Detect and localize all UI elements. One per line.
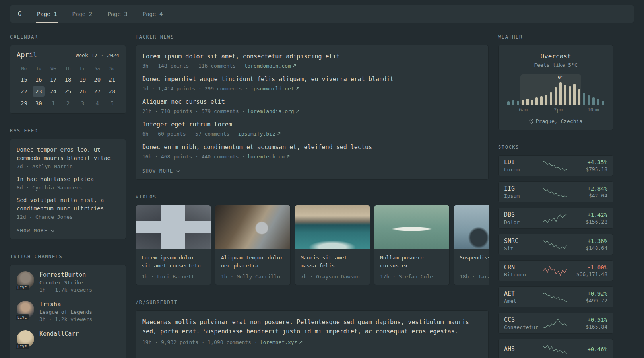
page-tab[interactable]: Page 3 (100, 5, 135, 23)
calendar-day[interactable]: 27 (91, 86, 103, 97)
twitch-channel[interactable]: LIVE Trisha League of Legends 3h · 1.2k … (17, 301, 119, 322)
calendar-day[interactable]: 22 (18, 86, 30, 97)
stock-price: $499.72 (571, 298, 607, 304)
stock-row[interactable]: LDI Lorem +4.35% $795.18 (498, 155, 613, 176)
avatar-wrap: LIVE (17, 330, 34, 348)
stock-ticker: DBS (504, 211, 539, 218)
calendar-day[interactable]: 29 (18, 98, 30, 109)
channel-name[interactable]: ForrestBurton (39, 271, 92, 278)
calendar-day-header: Mo (17, 64, 31, 74)
twitch-channel[interactable]: LIVE ForrestBurton Counter-Strike 1h · 1… (17, 271, 119, 293)
hn-meta: 16h · 468 points · 440 comments · loremt… (142, 154, 482, 160)
calendar-day[interactable]: 30 (33, 98, 45, 109)
stock-id: LDI Lorem (504, 159, 539, 173)
stock-ticker: LDI (504, 159, 539, 166)
hn-domain-link[interactable]: loremdomain.com (244, 63, 296, 69)
page-tab[interactable]: Page 1 (29, 5, 65, 23)
video-thumbnail[interactable] (215, 205, 290, 249)
subreddit-domain: loremnet.xyz (260, 339, 297, 345)
video-card[interactable]: Nullam posuere cursus ex 17h · Stefan Co… (374, 205, 450, 285)
calendar-day[interactable]: 18 (62, 74, 74, 85)
weather-bar (535, 97, 538, 105)
page-tab[interactable]: Page 2 (65, 5, 100, 23)
hackernews-show-more-button[interactable]: SHOW MORE (142, 168, 180, 174)
hn-title-link[interactable]: Donec imperdiet augue tincidunt felis al… (142, 75, 482, 84)
video-title[interactable]: Lorem ipsum dolor sit amet consectetu… (142, 254, 205, 270)
video-thumbnail[interactable] (454, 205, 489, 249)
channel-name[interactable]: Trisha (39, 301, 92, 308)
rss-item-title-link[interactable]: In hac habitasse platea (17, 175, 119, 183)
calendar-day[interactable]: 28 (106, 86, 118, 97)
hn-title-link[interactable]: Aliquam nec cursus elit (142, 98, 482, 106)
app-logo[interactable]: G (10, 5, 29, 23)
stock-row[interactable]: SNRC Sit +1.36% $148.64 (498, 234, 613, 255)
channel-name[interactable]: KendallCarr (39, 330, 79, 337)
stock-row[interactable]: IIG Ipsum +2.84% $42.04 (498, 181, 613, 202)
stock-price: $156.28 (571, 219, 607, 225)
page-tab[interactable]: Page 4 (135, 5, 171, 23)
stock-price: $148.64 (571, 245, 607, 251)
calendar-day[interactable]: 23 (33, 86, 45, 97)
hn-title-link[interactable]: Lorem ipsum dolor sit amet, consectetur … (142, 53, 482, 61)
video-title[interactable]: Mauris sit amet massa felis (301, 254, 364, 270)
hn-item: Integer eget rutrum lorem 6h · 60 points… (142, 121, 482, 137)
channel-info: KendallCarr (39, 330, 79, 348)
hn-domain-link[interactable]: ipsumify.biz (238, 131, 281, 137)
hn-domain: loremlandia.org (247, 108, 294, 114)
stock-id: AHS (504, 346, 539, 354)
video-card[interactable]: Suspendisse diam 18h · Tara (454, 205, 489, 285)
calendar-day[interactable]: 4 (91, 98, 103, 109)
stock-sparkline (543, 212, 567, 224)
calendar-card: April Week 17 · 2024 MoTuWeThFrSaSu 1516… (10, 45, 126, 114)
rss-item-title-link[interactable]: Sed volutpat nulla nisl, a condimentum n… (17, 196, 119, 213)
calendar-day[interactable]: 3 (77, 98, 89, 109)
stock-row[interactable]: CRN Bitcorn -1.00% $66,171.48 (498, 260, 613, 281)
dashboard-grid: CALENDAR April Week 17 · 2024 MoTuWeThFr… (10, 34, 634, 358)
calendar-day[interactable]: 25 (62, 86, 74, 97)
stock-row[interactable]: DBS Dolor +1.42% $156.28 (498, 208, 613, 229)
hn-title-link[interactable]: Donec enim nibh, condimentum et accumsan… (142, 143, 482, 152)
video-thumbnail[interactable] (136, 205, 211, 249)
stock-row[interactable]: AET Amet +0.92% $499.72 (498, 286, 613, 307)
stock-row[interactable]: AHS +0.46% (498, 339, 613, 358)
rss-show-more-button[interactable]: SHOW MORE (17, 228, 55, 233)
hn-domain-link[interactable]: ipsumworld.net (250, 86, 299, 91)
calendar-day[interactable]: 20 (91, 74, 103, 85)
video-body: Suspendisse diam 18h · Tara (454, 249, 489, 285)
hn-title-link[interactable]: Integer eget rutrum lorem (142, 121, 482, 129)
weather-bar (592, 97, 595, 105)
video-card[interactable]: Mauris sit amet massa felis 7h · Grayson… (295, 205, 370, 285)
rss-item: Sed volutpat nulla nisl, a condimentum n… (17, 196, 119, 220)
calendar-day[interactable]: 24 (47, 86, 59, 97)
hn-domain-link[interactable]: loremlandia.org (247, 108, 299, 114)
stock-row[interactable]: CCS Consectetur +0.51% $165.84 (498, 313, 613, 334)
subreddit-post: Maecenas mollis pulvinar erat non posuer… (142, 318, 482, 345)
calendar-day[interactable]: 19 (77, 74, 89, 85)
video-card[interactable]: Aliquam tempor dolor nec pharetra… 1h · … (215, 205, 291, 285)
weather-bar (517, 101, 519, 105)
weather-bar (559, 82, 562, 105)
calendar-day[interactable]: 17 (47, 74, 59, 85)
calendar-day[interactable]: 1 (47, 98, 59, 109)
show-more-label: SHOW MORE (142, 168, 173, 174)
video-thumbnail[interactable] (374, 205, 449, 249)
avatar-wrap: LIVE (17, 301, 34, 318)
twitch-channel[interactable]: LIVE KendallCarr (17, 330, 119, 348)
video-thumbnail[interactable] (295, 205, 370, 249)
calendar-day[interactable]: 16 (33, 74, 45, 85)
weather-bar (564, 85, 566, 105)
video-title[interactable]: Suspendisse diam (460, 254, 489, 262)
subreddit-post-title-link[interactable]: Maecenas mollis pulvinar erat non posuer… (142, 318, 482, 337)
subreddit-domain-link[interactable]: loremnet.xyz (260, 339, 303, 345)
video-title[interactable]: Aliquam tempor dolor nec pharetra… (221, 254, 285, 270)
video-title[interactable]: Nullam posuere cursus ex (380, 254, 444, 270)
calendar-day[interactable]: 2 (62, 98, 74, 109)
calendar-day[interactable]: 15 (18, 74, 30, 85)
calendar-day[interactable]: 21 (106, 74, 118, 85)
video-card[interactable]: Lorem ipsum dolor sit amet consectetu… 1… (136, 205, 211, 285)
calendar-day[interactable]: 5 (106, 98, 118, 109)
calendar-day[interactable]: 26 (77, 86, 89, 97)
weather-condition: Overcast (505, 53, 607, 60)
rss-item-title-link[interactable]: Donec tempor eros leo, ut commodo mauris… (17, 146, 119, 162)
hn-domain-link[interactable]: loremtech.co (247, 154, 290, 160)
